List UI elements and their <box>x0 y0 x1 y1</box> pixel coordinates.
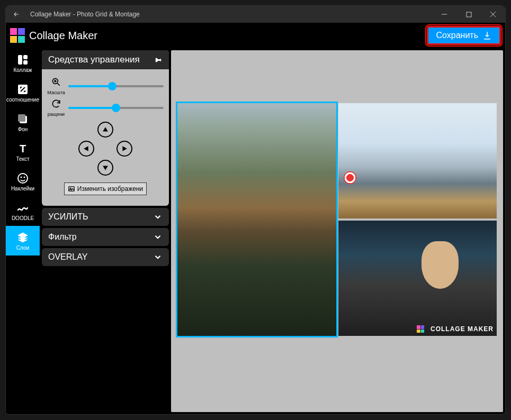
sidebar: Коллаж соотношение Фон T Текст Наклейки … <box>6 48 40 414</box>
move-left-button[interactable] <box>78 141 94 157</box>
save-button[interactable]: Сохранить <box>427 26 501 45</box>
zoom-row: Масшта <box>47 77 164 95</box>
rotate-row: ращени <box>47 98 164 117</box>
controls-title: Средства управления <box>48 54 140 65</box>
app-bar: Collage Maker Сохранить <box>6 23 505 48</box>
sidebar-item-doodle[interactable]: DOODLE <box>6 196 40 226</box>
svg-marker-20 <box>103 127 108 131</box>
canvas-area[interactable]: COLLAGE MAKER <box>171 50 503 412</box>
photo-man <box>338 221 497 336</box>
accordion-label: УСИЛИТЬ <box>48 212 88 222</box>
rotate-icon <box>49 98 64 112</box>
download-icon <box>482 31 492 40</box>
svg-rect-5 <box>23 55 28 59</box>
chevron-down-icon <box>153 232 163 242</box>
controls-card: Средства управления Масшта <box>42 50 169 206</box>
sidebar-item-label: Фон <box>18 126 28 132</box>
app-logo-icon <box>10 28 25 43</box>
accordion-overlay[interactable]: OVERLAY <box>42 248 169 266</box>
layers-icon <box>16 231 29 244</box>
svg-point-15 <box>24 176 25 178</box>
pin-icon <box>154 56 163 64</box>
sidebar-item-label: DOODLE <box>12 215 34 221</box>
accordion-label: Фильтр <box>48 232 77 242</box>
app-title: Collage Maker <box>29 30 427 42</box>
svg-rect-4 <box>18 55 22 65</box>
dpad <box>47 120 164 177</box>
svg-rect-11 <box>18 114 25 122</box>
collage-cell-3[interactable]: COLLAGE MAKER <box>338 221 497 336</box>
controls-panel: Средства управления Масшта <box>40 48 169 414</box>
change-image-label: Изменить изображени <box>77 185 143 193</box>
window-title: Collage Maker - Photo Grid & Montage <box>27 11 432 18</box>
sidebar-item-text[interactable]: T Текст <box>6 137 40 167</box>
sidebar-item-label: Коллаж <box>13 67 32 73</box>
sidebar-item-background[interactable]: Фон <box>6 107 40 137</box>
svg-rect-6 <box>23 60 28 65</box>
collage-cell-1[interactable] <box>177 103 336 336</box>
svg-text:T: T <box>20 143 26 154</box>
sidebar-item-label: Слои <box>16 245 29 251</box>
svg-point-13 <box>18 174 28 183</box>
svg-line-17 <box>58 84 60 86</box>
collage-icon <box>16 53 29 66</box>
sidebar-item-ratio[interactable]: соотношение <box>6 78 40 107</box>
accordion-filter[interactable]: Фильтр <box>42 228 169 246</box>
rotate-slider[interactable] <box>68 107 164 109</box>
save-button-label: Сохранить <box>436 31 478 40</box>
change-image-button[interactable]: Изменить изображени <box>64 182 147 195</box>
controls-header[interactable]: Средства управления <box>42 50 169 69</box>
accordion-enhance[interactable]: УСИЛИТЬ <box>42 208 169 226</box>
zoom-label: Масшта <box>47 90 65 95</box>
move-right-button[interactable] <box>116 141 132 157</box>
zoom-icon <box>49 77 64 90</box>
sidebar-item-stickers[interactable]: Наклейки <box>6 167 40 196</box>
chevron-down-icon <box>153 212 163 222</box>
text-icon: T <box>16 142 29 155</box>
close-button[interactable] <box>481 6 505 23</box>
minimize-button[interactable] <box>432 6 456 23</box>
sidebar-item-label: Наклейки <box>11 186 34 191</box>
image-icon <box>68 185 75 193</box>
move-up-button[interactable] <box>97 122 113 138</box>
chevron-down-icon <box>153 252 163 262</box>
collage-cell-2[interactable] <box>338 103 497 218</box>
smiley-icon <box>16 172 29 185</box>
titlebar: Collage Maker - Photo Grid & Montage <box>6 6 505 23</box>
sidebar-item-label: Текст <box>16 156 29 162</box>
accordion-label: OVERLAY <box>48 252 87 262</box>
rotate-label: ращени <box>47 112 65 117</box>
watermark: COLLAGE MAKER <box>417 325 494 333</box>
sidebar-item-layers[interactable]: Слои <box>6 226 40 255</box>
svg-marker-23 <box>103 166 108 170</box>
svg-rect-1 <box>467 12 471 17</box>
photo-mountain <box>177 103 336 336</box>
watermark-logo-icon <box>417 325 424 333</box>
svg-marker-21 <box>84 146 88 151</box>
sidebar-item-collage[interactable]: Коллаж <box>6 48 40 78</box>
background-icon <box>16 113 29 125</box>
window-controls <box>432 6 505 23</box>
ratio-icon <box>16 83 29 96</box>
svg-marker-22 <box>122 146 127 151</box>
zoom-slider[interactable] <box>68 85 164 87</box>
move-down-button[interactable] <box>97 160 113 176</box>
sidebar-item-label: соотношение <box>6 97 39 103</box>
svg-point-14 <box>21 176 22 178</box>
doodle-icon <box>16 202 29 214</box>
maximize-button[interactable] <box>456 6 481 23</box>
photo-city <box>338 103 497 218</box>
back-button[interactable] <box>6 11 27 18</box>
app-window: Collage Maker - Photo Grid & Montage Col… <box>5 5 506 415</box>
watermark-text: COLLAGE MAKER <box>431 325 494 333</box>
